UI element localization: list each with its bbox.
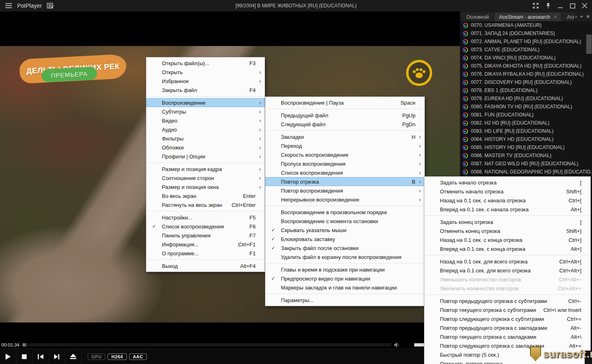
menu-item[interactable]: Обложки› [146,143,265,152]
menu-item[interactable]: Воспроизведение в произвольном порядке [265,208,424,217]
playlist-item[interactable]: ▸0076. DIKAYA RYBALKA HD [RU] (EDUCATION… [460,70,592,78]
menu-item[interactable]: Вперед на 0.1 сек. с конца отрезкаAlt+] [424,244,590,253]
playlist-item[interactable]: ▸0072. ANIMAL PLANET HD [RU] (EDUCATIONA… [460,37,592,46]
menu-item[interactable]: Повтор отрезкаB› [265,177,424,186]
close-button[interactable] [581,2,589,10]
playlist-item[interactable]: ▸0071. ЗАПАД 24 (DOCUMENTARIES) [460,29,592,37]
menu-item[interactable]: Назад на 0.1 сек. с конца отрезкаCtrl+] [424,235,590,244]
menu-item[interactable]: Профили | Опции› [146,152,265,161]
menu-item[interactable]: Воспроизведение | ПаузаSpace [265,98,424,107]
menu-item[interactable]: Субтитры› [146,107,265,116]
playlist-tab[interactable]: Основной [462,13,493,21]
menu-item[interactable]: Назад на 0.1 сек. с начала отрезкаCtrl+[ [424,196,590,205]
menu-item[interactable]: Воспроизведение› [146,98,265,107]
menu-item[interactable]: Открыть файл(ы)...F3 [146,59,265,68]
playlist-item[interactable]: ▸0081. FUN (EDUCATIONAL) [460,111,592,119]
menu-item[interactable]: Увеличить количество повторовCtrl+Alt+= [424,284,590,293]
menu-item[interactable]: Размер и позиция кадра› [146,164,265,173]
tab-list-menu-icon[interactable]: ≡ [586,13,590,20]
menu-item[interactable]: Открыть› [146,68,265,77]
menu-item[interactable]: Избранное› [146,77,265,86]
hamburger-menu-icon[interactable] [4,2,13,10]
menu-item[interactable]: Фильтры› [146,134,265,143]
menu-item[interactable]: Информация...Ctrl+F1 [146,240,265,249]
menu-item[interactable]: Пропуск воспроизведения› [265,159,424,168]
menu-item[interactable]: Повтор текущего отрезка с закладкамиAlt+… [424,332,590,341]
menu-item[interactable]: Переход› [265,141,424,150]
menu-item[interactable]: Список воспроизведения› [265,168,424,177]
menu-item[interactable]: Маркеры закладок и глав на панели навига… [265,283,424,292]
menu-item[interactable]: Задать конец отрезка] [424,217,590,226]
menu-item[interactable]: ВыходAlt+F4 [146,261,265,270]
menu-item[interactable]: Повтор воспроизведения› [265,186,424,195]
menu-item[interactable]: Задать начало отрезка[ [424,178,590,187]
tab-scroll-right-icon[interactable]: › [575,13,577,20]
menu-item[interactable]: ЗакладкиH› [265,132,424,141]
playlist-item[interactable]: ▸0073. CATVE (EDUCATIONAL) [460,46,592,54]
tab-close-icon[interactable]: × [554,14,557,20]
menu-item[interactable]: О программе...F1 [146,249,265,258]
menu-item[interactable]: Повтор предыдущего отрезка с субтитрамиC… [424,296,590,305]
playlist-item[interactable]: ▸0080. FASHION TV HD [RU] (EDUCATIONAL) [460,103,592,111]
playlist-item[interactable]: ▸0077. DISCOVERY HD [RU] (EDUCATIONAL) [460,78,592,86]
playlist-item[interactable]: ▸0078. EBS 1 (EDUCATIONAL) [460,86,592,94]
menu-item[interactable]: Воспроизведение с момента остановки [265,217,424,226]
menu-item[interactable]: Закрыть файлF4 [146,86,265,94]
menu-item[interactable]: ✓Список воспроизведенияF6 [146,222,265,231]
playlist-item[interactable]: ▸0083. HD LIFE [RU] (EDUCATIONAL) [460,127,592,135]
pin-button[interactable] [544,2,552,10]
menu-item[interactable]: Предыдущий файлPgUp [265,111,424,120]
menu-item[interactable]: Во весь экранEnter [146,191,265,200]
next-button[interactable] [49,349,65,364]
menu-item[interactable]: Растянуть на весь экранCtrl+Enter [146,200,265,209]
playlist-toggle-icon[interactable] [46,2,55,10]
playlist-item[interactable]: ▸0070. USARMENIA (AMATEUR) [460,21,592,29]
menu-item[interactable]: Скорость воспроизведения› [265,150,424,159]
playlist-item[interactable]: ▸0085. HISTORY HD [RU] (EDUCATIONAL) [460,143,592,151]
seek-bar[interactable] [22,343,391,346]
playlist-item[interactable]: ▸0079. EUREKA HD [RU] (EDUCATIONAL) [460,94,592,103]
minimize-button[interactable] [556,2,564,10]
menu-item[interactable]: Соотношение сторон› [146,173,265,182]
menu-item[interactable]: ✓Скрывать указатель мыши [265,226,424,235]
menu-item-label: Повтор воспроизведения [281,188,408,194]
menu-item[interactable]: Размер и позиция окна› [146,182,265,191]
menu-item[interactable]: ✓Предпросмотр видео при навигации [265,274,424,283]
menu-item[interactable]: Видео› [146,116,265,125]
menu-item[interactable]: Непрерывное воспроизведение› [265,195,424,204]
add-tab-icon[interactable]: + [580,13,583,20]
menu-item[interactable]: Удалить файл в корзину после воспроизвед… [265,252,424,261]
menu-item[interactable]: Уменьшить количество повторовCtrl+Alt+- [424,275,590,284]
playlist-item[interactable]: ▸0087. NAT GEO WILD HD [RU] (EDUCATIONAL… [460,160,592,168]
playlist-scrollbar-thumb[interactable] [586,35,592,54]
playlist-item[interactable]: ▸0074. DA VINCI [RU] (EDUCATIONAL) [460,54,592,62]
eject-button[interactable] [65,349,82,364]
menu-item[interactable]: Параметры... [265,296,424,305]
playlist-item[interactable]: ▸0086. MASTER TV (EDUCATIONAL) [460,151,592,160]
menu-item[interactable]: Настройки...F5 [146,213,265,222]
menu-item[interactable]: Аудио› [146,125,265,134]
menu-item[interactable]: Вперед на 0.1 сек. с начала отрезкаAlt+[ [424,205,590,214]
playlist-tab[interactable]: AceStream - acesearch× [495,13,561,21]
menu-item[interactable]: Вперед на 0.1 сек. для всего отрезкаCtrl… [424,266,590,275]
menu-item[interactable]: ✓Блокировать заставку [265,235,424,243]
menu-item[interactable]: ✓Закрыть файл после остановки [265,243,424,252]
stop-button[interactable] [16,349,33,364]
playlist-item[interactable]: ▸0075. DIKAYA OKHOTA HD [RU] (EDUCATIONA… [460,62,592,70]
playlist-item[interactable]: ▸0084. HISTORY HD (EDUCATIONAL) [460,135,592,143]
menu-item[interactable]: Главы и время в подсказке при навигации [265,265,424,274]
menu-item[interactable]: Отменить конец отрезкаShift+] [424,226,590,235]
fullscreen-button[interactable] [532,2,540,10]
menu-item[interactable]: Повтор следующего отрезка с субтитрамиCt… [424,314,590,323]
menu-item[interactable]: Панель управленияF7 [146,231,265,240]
menu-item[interactable]: Следующий файлPgDn [265,120,424,129]
menu-item[interactable]: Назад на 0.1 сек. для всего отрезкаCtrl+… [424,257,590,266]
maximize-button[interactable] [568,2,577,10]
menu-item[interactable]: Отменить начало отрезкаShift+[ [424,187,590,196]
playlist-item[interactable]: ▸0082. H2 HD [RU] (EDUCATIONAL) [460,119,592,127]
menu-item[interactable]: Повтор предыдущего отрезка с закладкамиA… [424,323,590,332]
menu-item[interactable]: Повтор текущего отрезка с субтитрамиCtrl… [424,305,590,314]
playlist-item[interactable]: ▸0088. NATIONAL GEOGRAPHIC HD [RU] (EDUC… [460,168,592,176]
play-button[interactable] [0,349,16,364]
previous-button[interactable] [33,349,49,364]
